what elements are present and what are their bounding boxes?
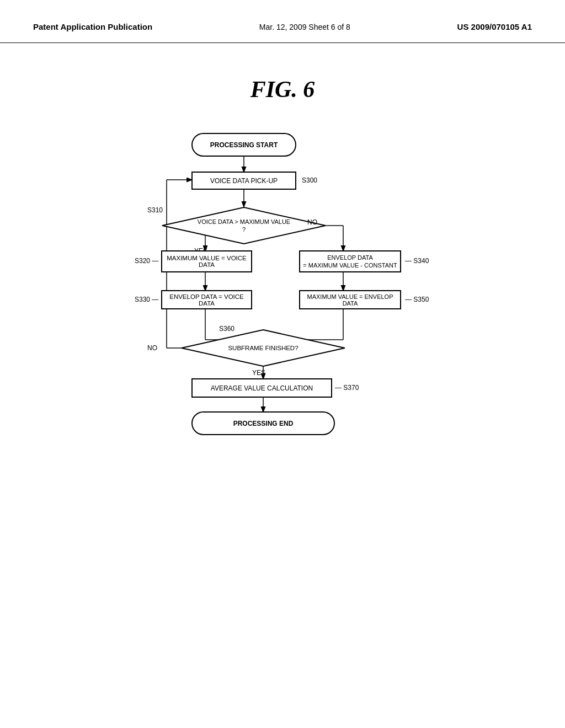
- node-end: PROCESSING END: [191, 411, 335, 435]
- node-s300: VOICE DATA PICK-UP: [191, 172, 296, 190]
- node-s350: MAXIMUM VALUE = ENVELOP DATA: [299, 290, 401, 309]
- node-start: PROCESSING START: [191, 133, 296, 157]
- flowchart: PROCESSING START VOICE DATA PICK-UP S300…: [89, 125, 476, 621]
- label-s340: — S340: [405, 257, 429, 265]
- label-s370: — S370: [335, 384, 359, 392]
- figure-title: FIG. 6: [0, 76, 565, 103]
- label-s350: — S350: [405, 296, 429, 303]
- node-s360: SUBFRAME FINISHED?: [180, 329, 346, 367]
- node-s340: ENVELOP DATA = MAXIMUM VALUE - CONSTANT: [299, 250, 401, 272]
- header: Patent Application Publication Mar. 12, …: [0, 0, 565, 43]
- node-s320: MAXIMUM VALUE = VOICE DATA: [161, 250, 252, 272]
- header-publication-label: Patent Application Publication: [33, 22, 152, 31]
- label-s300: S300: [302, 176, 317, 184]
- label-s330: S330 —: [135, 296, 158, 303]
- header-patent-number: US 2009/070105 A1: [457, 22, 532, 31]
- label-s310: S310: [147, 206, 163, 214]
- label-s320: S320 —: [135, 257, 158, 265]
- label-yes-s360: YES: [252, 369, 265, 377]
- node-s370: AVERAGE VALUE CALCULATION: [191, 378, 332, 398]
- header-date-sheet: Mar. 12, 2009 Sheet 6 of 8: [259, 23, 350, 31]
- node-s330: ENVELOP DATA = VOICE DATA: [161, 290, 252, 309]
- node-s310: VOICE DATA > MAXIMUM VALUE?: [161, 206, 327, 245]
- label-no-s310: NO: [307, 218, 317, 226]
- page: Patent Application Publication Mar. 12, …: [0, 0, 565, 728]
- label-no-s360: NO: [147, 344, 157, 352]
